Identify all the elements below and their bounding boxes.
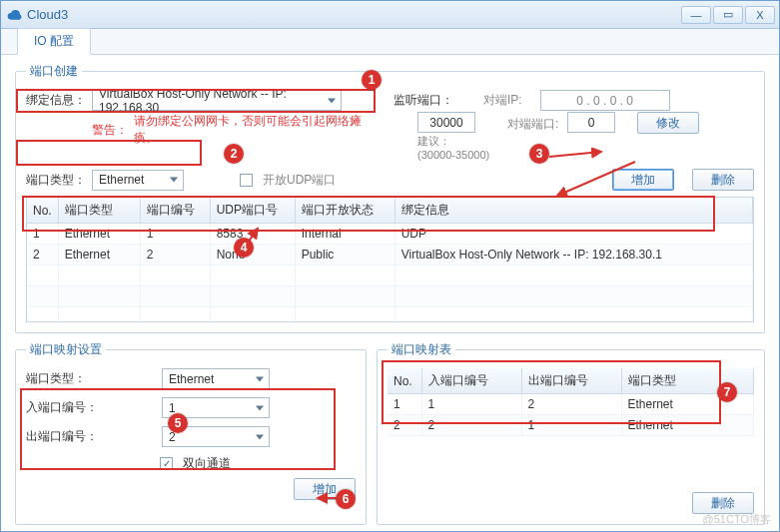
group-map-table-legend: 端口映射表 xyxy=(388,341,455,358)
open-udp-checkbox[interactable] xyxy=(240,174,253,187)
mcol-out: 出端口编号 xyxy=(521,368,621,394)
svg-line-0 xyxy=(549,152,601,157)
delete-map-button[interactable]: 删除 xyxy=(692,492,754,514)
tab-io-config[interactable]: IO 配置 xyxy=(17,28,91,55)
table-row[interactable]: 221Ethernet xyxy=(388,415,754,436)
map-port-type-dropdown[interactable]: Ethernet xyxy=(162,368,270,389)
port-table[interactable]: No. 端口类型 端口编号 UDP端口号 端口开放状态 绑定信息 1Ethern… xyxy=(26,197,754,322)
port-type-dropdown[interactable]: Ethernet xyxy=(92,170,184,191)
minimize-button[interactable]: — xyxy=(681,6,711,24)
marker-1: 1 xyxy=(362,70,382,90)
peer-port-label: 对端端口: xyxy=(507,116,558,133)
bidir-label: 双向通道 xyxy=(183,455,231,472)
listen-port-label: 监听端口： xyxy=(393,92,453,109)
col-type: 端口类型 xyxy=(58,198,140,224)
maximize-button[interactable]: ▭ xyxy=(713,6,743,24)
map-port-type-label: 端口类型： xyxy=(26,370,156,387)
marker-6: 6 xyxy=(336,489,356,509)
open-udp-label: 开放UDP端口 xyxy=(263,172,336,189)
col-udp: UDP端口号 xyxy=(210,198,295,224)
col-no: No. xyxy=(27,198,58,224)
listen-port-field[interactable]: 30000 xyxy=(417,112,475,133)
marker-7: 7 xyxy=(717,382,737,402)
table-row[interactable]: 2Ethernet2NonePublicVirtualBox Host-Only… xyxy=(27,245,753,266)
peer-port-field[interactable]: 0 xyxy=(567,112,615,133)
out-port-label: 出端口编号： xyxy=(26,428,156,445)
listen-hint-text: (30000-35000) xyxy=(417,149,489,161)
col-bind: 绑定信息 xyxy=(394,198,752,224)
mcol-no: No. xyxy=(388,368,421,394)
warning-text: 请勿绑定公网网卡，否则可能会引起网络瘫痪。 xyxy=(134,113,384,147)
marker-4: 4 xyxy=(234,238,254,258)
peer-ip-label: 对端IP: xyxy=(483,92,522,109)
app-title: Cloud3 xyxy=(27,7,681,22)
add-port-button[interactable]: 增加 xyxy=(612,169,674,191)
marker-2: 2 xyxy=(224,144,244,164)
close-button[interactable]: X xyxy=(745,6,775,24)
delete-port-button[interactable]: 删除 xyxy=(692,169,754,191)
group-map-settings: 端口映射设置 端口类型： Ethernet 入端口编号： 1 出端口编号： 2 … xyxy=(15,341,367,525)
tabstrip: IO 配置 xyxy=(1,29,779,55)
titlebar: Cloud3 — ▭ X xyxy=(1,1,779,29)
port-type-label: 端口类型： xyxy=(26,172,86,189)
col-state: 端口开放状态 xyxy=(295,198,394,224)
table-row[interactable]: 1Ethernet18583InternalUDP xyxy=(27,224,753,245)
bidir-checkbox[interactable]: ✓ xyxy=(160,457,173,470)
binding-dropdown[interactable]: VirtualBox Host-Only Network -- IP: 192.… xyxy=(92,90,342,111)
in-port-label: 入端口编号： xyxy=(26,399,156,416)
group-map-settings-legend: 端口映射设置 xyxy=(26,341,106,358)
group-map-table: 端口映射表 No. 入端口编号 出端口编号 端口类型 112Ethernet22… xyxy=(377,341,765,525)
peer-ip-field[interactable]: 0 . 0 . 0 . 0 xyxy=(540,90,670,111)
cloud-icon xyxy=(7,7,23,23)
group-port-create-legend: 端口创建 xyxy=(26,63,82,80)
table-row[interactable]: 112Ethernet xyxy=(388,394,754,415)
marker-3: 3 xyxy=(529,144,549,164)
modify-button[interactable]: 修改 xyxy=(637,112,699,134)
map-table[interactable]: No. 入端口编号 出端口编号 端口类型 112Ethernet221Ether… xyxy=(388,368,754,436)
group-port-create: 端口创建 绑定信息： VirtualBox Host-Only Network … xyxy=(15,63,765,333)
binding-label: 绑定信息： xyxy=(26,92,86,109)
watermark: @51CTO博客 xyxy=(703,512,771,527)
warning-label: 警告： xyxy=(92,122,128,139)
marker-5: 5 xyxy=(168,413,188,433)
col-num: 端口编号 xyxy=(140,198,210,224)
listen-hint-label: 建议： xyxy=(417,135,450,147)
mcol-in: 入端口编号 xyxy=(421,368,521,394)
